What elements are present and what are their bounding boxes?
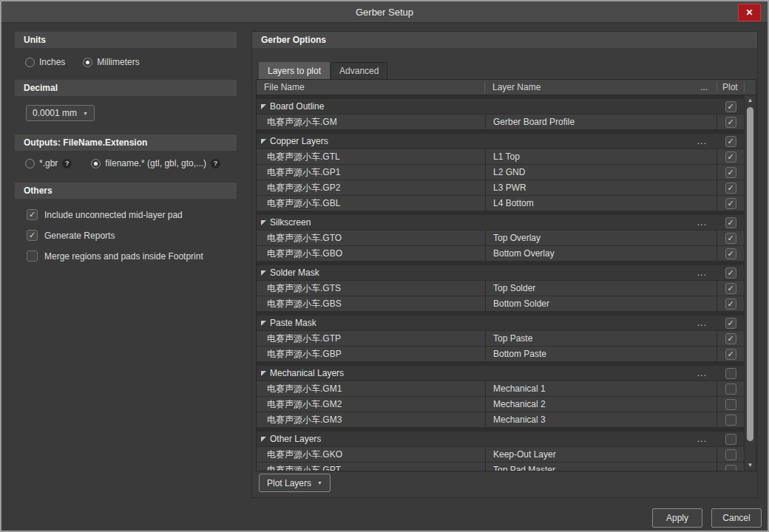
plot-checkbox[interactable]: ✓ bbox=[725, 349, 736, 360]
layer-name-cell: L2 GND bbox=[485, 165, 717, 180]
checkbox-include-unconnected[interactable]: ✓ Include unconnected mid-layer pad bbox=[27, 209, 183, 220]
scroll-down-icon[interactable]: ▼ bbox=[748, 460, 753, 471]
expand-triangle-icon[interactable] bbox=[261, 371, 266, 376]
plot-checkbox[interactable]: ✓ bbox=[725, 136, 736, 147]
table-row[interactable]: 电赛声源小车.GPTTop Pad Master bbox=[257, 463, 744, 471]
checkbox-generate-reports[interactable]: ✓ Generate Reports bbox=[27, 230, 115, 241]
table-row[interactable]: 电赛声源小车.GTSTop Solder✓ bbox=[257, 281, 744, 296]
close-button[interactable]: ✕ bbox=[738, 4, 761, 21]
decimal-dropdown[interactable]: 0.0001 mm ▼ bbox=[26, 105, 95, 121]
group-row[interactable]: Copper Layers...✓ bbox=[257, 134, 744, 149]
group-label: Paste Mask bbox=[270, 318, 677, 328]
group-row[interactable]: Other Layers... bbox=[257, 432, 744, 447]
radio-icon[interactable] bbox=[25, 58, 35, 67]
plot-checkbox[interactable] bbox=[725, 399, 736, 410]
table-row[interactable]: 电赛声源小车.GM2Mechanical 2 bbox=[257, 397, 744, 412]
table-row[interactable]: 电赛声源小车.GBOBottom Overlay✓ bbox=[257, 246, 744, 262]
plot-checkbox[interactable]: ✓ bbox=[725, 267, 736, 279]
plot-cell: ✓ bbox=[717, 265, 744, 280]
checkbox-icon[interactable] bbox=[27, 250, 38, 262]
table-row[interactable]: 电赛声源小车.GM1Mechanical 1 bbox=[257, 381, 744, 397]
group-options-dots[interactable]: ... bbox=[677, 136, 717, 146]
table-row[interactable]: 电赛声源小车.GTOTop Overlay✓ bbox=[257, 231, 744, 246]
table-header-row: File Name Layer Name ... Plot bbox=[257, 80, 756, 95]
plot-checkbox[interactable] bbox=[725, 465, 736, 471]
plot-checkbox[interactable] bbox=[725, 434, 736, 445]
plot-checkbox[interactable] bbox=[725, 368, 736, 379]
table-row[interactable]: 电赛声源小车.GBSBottom Solder✓ bbox=[257, 296, 744, 312]
group-row[interactable]: Mechanical Layers... bbox=[257, 366, 744, 381]
expand-triangle-icon[interactable] bbox=[261, 139, 266, 144]
group-options-dots[interactable]: ... bbox=[677, 434, 717, 444]
radio-option-inches[interactable]: Inches bbox=[25, 57, 65, 67]
plot-checkbox[interactable]: ✓ bbox=[725, 198, 736, 209]
scrollbar-thumb[interactable] bbox=[747, 107, 753, 441]
gerber-options-panel: Gerber Options Layers to plot Advanced F… bbox=[251, 31, 758, 498]
radio-option-filename[interactable]: filename.* (gtl, gbl, gto,...) ? bbox=[91, 158, 220, 168]
table-row[interactable]: 电赛声源小车.GM3Mechanical 3 bbox=[257, 412, 744, 428]
plot-checkbox[interactable]: ✓ bbox=[725, 101, 736, 112]
plot-checkbox[interactable]: ✓ bbox=[725, 217, 736, 228]
group-row[interactable]: Paste Mask...✓ bbox=[257, 316, 744, 331]
table-row[interactable]: 电赛声源小车.GKOKeep-Out Layer bbox=[257, 447, 744, 463]
group-options-dots[interactable]: ... bbox=[677, 318, 717, 328]
plot-layers-button[interactable]: Plot Layers ▼ bbox=[259, 474, 331, 492]
vertical-scrollbar[interactable]: ▲ ▼ bbox=[744, 95, 756, 471]
plot-checkbox[interactable]: ✓ bbox=[725, 248, 736, 259]
group-row[interactable]: Silkscreen...✓ bbox=[257, 215, 744, 231]
plot-checkbox[interactable] bbox=[725, 449, 736, 460]
group-options-dots[interactable]: ... bbox=[677, 368, 717, 378]
expand-triangle-icon[interactable] bbox=[261, 321, 266, 326]
plot-checkbox[interactable]: ✓ bbox=[725, 167, 736, 178]
group-row[interactable]: Board Outline✓ bbox=[257, 99, 744, 115]
plot-checkbox[interactable] bbox=[725, 415, 736, 426]
table-row[interactable]: 电赛声源小车.GMGerber Board Profile✓ bbox=[257, 115, 744, 130]
column-header-file-name[interactable]: File Name bbox=[257, 82, 485, 92]
radio-icon[interactable] bbox=[25, 159, 35, 168]
plot-cell: ✓ bbox=[717, 347, 744, 361]
radio-option-gbr[interactable]: *.gbr ? bbox=[25, 158, 72, 168]
plot-checkbox[interactable]: ✓ bbox=[725, 233, 736, 244]
plot-checkbox[interactable]: ✓ bbox=[725, 283, 736, 294]
checkbox-icon[interactable]: ✓ bbox=[27, 230, 38, 241]
radio-option-millimeters[interactable]: Millimeters bbox=[83, 57, 139, 67]
group-options-dots[interactable]: ... bbox=[677, 267, 717, 278]
group-options-dots[interactable]: ... bbox=[677, 217, 717, 228]
plot-checkbox[interactable]: ✓ bbox=[725, 318, 736, 329]
expand-triangle-icon[interactable] bbox=[261, 437, 266, 442]
file-name-cell: 电赛声源小车.GBL bbox=[257, 197, 485, 210]
plot-checkbox[interactable]: ✓ bbox=[725, 117, 736, 128]
column-header-layer-name[interactable]: Layer Name ... bbox=[485, 82, 717, 92]
table-row[interactable]: 电赛声源小车.GBLL4 Bottom✓ bbox=[257, 196, 744, 211]
column-header-plot[interactable]: Plot bbox=[717, 82, 745, 92]
plot-cell: ✓ bbox=[717, 231, 744, 245]
table-row[interactable]: 电赛声源小车.GP1L2 GND✓ bbox=[257, 165, 744, 180]
tab-advanced[interactable]: Advanced bbox=[331, 62, 387, 79]
apply-button[interactable]: Apply bbox=[652, 508, 702, 528]
plot-checkbox[interactable]: ✓ bbox=[725, 151, 736, 163]
checkbox-icon[interactable]: ✓ bbox=[27, 209, 38, 220]
help-icon[interactable]: ? bbox=[62, 159, 72, 168]
tab-layers-to-plot[interactable]: Layers to plot bbox=[259, 62, 330, 79]
plot-checkbox[interactable]: ✓ bbox=[725, 183, 736, 194]
plot-checkbox[interactable]: ✓ bbox=[725, 299, 736, 310]
expand-triangle-icon[interactable] bbox=[261, 220, 266, 225]
scroll-up-icon[interactable]: ▲ bbox=[748, 95, 753, 106]
file-name-cell: 电赛声源小车.GPT bbox=[257, 464, 485, 471]
checkbox-label: Include unconnected mid-layer pad bbox=[44, 210, 183, 220]
radio-icon[interactable] bbox=[83, 58, 92, 67]
radio-icon[interactable] bbox=[91, 159, 101, 168]
expand-triangle-icon[interactable] bbox=[261, 270, 266, 276]
expand-triangle-icon[interactable] bbox=[261, 104, 266, 109]
help-icon[interactable]: ? bbox=[211, 159, 220, 168]
table-row[interactable]: 电赛声源小车.GP2L3 PWR✓ bbox=[257, 180, 744, 196]
plot-checkbox[interactable] bbox=[725, 383, 736, 395]
checkbox-merge-regions[interactable]: Merge regions and pads inside Footprint bbox=[27, 250, 203, 262]
layer-name-cell: Top Paste bbox=[485, 331, 717, 346]
table-row[interactable]: 电赛声源小车.GTPTop Paste✓ bbox=[257, 331, 744, 347]
cancel-button[interactable]: Cancel bbox=[711, 508, 762, 528]
plot-checkbox[interactable]: ✓ bbox=[725, 333, 736, 344]
group-row[interactable]: Solder Mask...✓ bbox=[257, 265, 744, 281]
table-row[interactable]: 电赛声源小车.GTLL1 Top✓ bbox=[257, 149, 744, 165]
table-row[interactable]: 电赛声源小车.GBPBottom Paste✓ bbox=[257, 347, 744, 362]
